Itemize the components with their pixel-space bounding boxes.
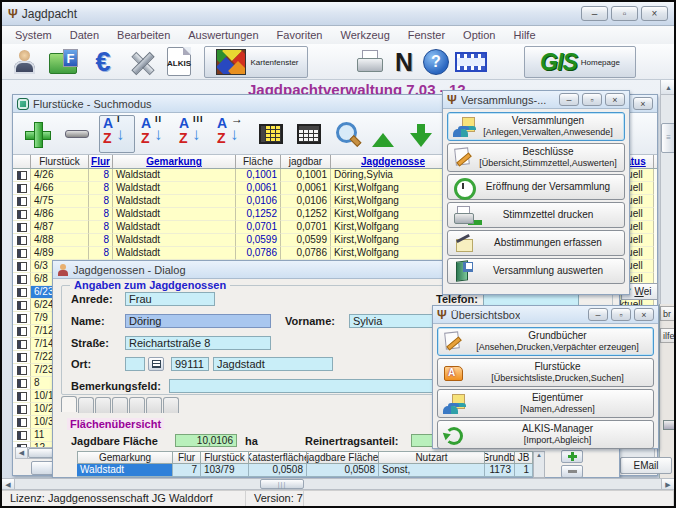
close-button[interactable] [641,6,668,21]
hilfe-button-fragment[interactable]: ilfe [660,328,676,343]
col-jagdgenosse[interactable]: Jagdgenosse [331,155,456,168]
row-detail-icon[interactable] [17,418,27,427]
bemerkung-field[interactable] [169,379,469,393]
email-button[interactable]: EMail [620,457,672,474]
row-detail-icon[interactable] [17,262,27,271]
ub-maximize-button[interactable] [611,308,631,321]
menu-item[interactable]: Bearbeiten [108,28,179,42]
dialog-tab[interactable] [129,397,145,413]
scroll-right-icon[interactable]: ▶ [661,479,674,489]
versammlung-action-button[interactable]: Eröffnung der Versammlung [447,174,625,200]
vp-close-button[interactable] [605,93,625,106]
row-detail-icon[interactable] [17,353,27,362]
scroll-left-icon[interactable]: ◀ [16,448,28,458]
anrede-field[interactable]: Frau [125,292,215,306]
ort-code-field[interactable] [125,357,145,371]
menu-item[interactable]: Option [454,28,504,42]
alkis-icon[interactable]: ALKIS [164,46,194,78]
sort-az-2-button[interactable]: AZ↓II [137,115,173,153]
col-flur[interactable]: Flur [89,155,113,168]
versammlung-action-button[interactable]: Stimmzettel drucken [447,202,625,228]
name-field[interactable]: Döring [125,314,271,328]
uebersicht-action-button[interactable]: Flurstücke [Übersichtsliste,Drucken,Such… [437,358,654,387]
row-detail-icon[interactable] [17,223,27,232]
sort-az-3-button[interactable]: AZ↓III [175,115,211,153]
help-icon[interactable]: ? [422,47,450,77]
abbrechen-button-fragment[interactable]: br [660,306,676,321]
jagdbare-value-field[interactable]: 10,0106 [175,434,237,447]
row-detail-icon[interactable] [17,171,27,180]
menu-item[interactable]: System [6,28,61,42]
row-detail-icon[interactable] [17,275,27,284]
uebersicht-action-button[interactable]: ALKIS-Manager [Import,Abgleich] [437,420,654,449]
subtable-scrollbar[interactable]: ▲ [533,451,545,478]
dialog-tab[interactable] [163,397,179,413]
sort-az-custom-button[interactable]: AZ↓→ [213,115,249,153]
uebersicht-action-button[interactable]: Eigentümer [Namen,Adressen] [437,389,654,418]
row-detail-icon[interactable] [17,379,27,388]
vp-minimize-button[interactable] [559,93,579,106]
col-jagdbar[interactable]: jagdbar [281,155,331,168]
menu-item[interactable]: Fenster [399,28,454,42]
dialog-tab[interactable] [61,396,77,412]
menu-item[interactable]: Auswertungen [179,28,267,42]
ub-minimize-button[interactable] [588,308,608,321]
row-detail-icon[interactable] [17,431,27,440]
row-detail-icon[interactable] [17,197,27,206]
versammlung-action-button[interactable]: Versammlungen [Anlegen,Verwalten,Anwesen… [447,112,625,141]
contacts-icon[interactable] [10,47,40,77]
row-detail-icon[interactable] [17,184,27,193]
row-detail-icon[interactable] [17,249,27,258]
menu-item[interactable]: Werkzeug [331,28,398,42]
plz-field[interactable]: 99111 [171,357,209,371]
flur-close-button[interactable] [633,97,653,110]
n-icon[interactable]: N [390,47,418,77]
mdi-horizontal-scrollbar[interactable]: ◀ ||| ▶ [2,478,674,490]
versammlung-action-button[interactable]: Beschlüsse [Übersicht,Stimmzettel,Auswer… [447,143,625,172]
row-detail-icon[interactable] [17,327,27,336]
remove-record-button[interactable] [59,115,95,153]
subtable-remove-button[interactable] [561,465,583,478]
dialog-tab[interactable] [112,397,128,413]
move-up-button[interactable] [365,115,401,153]
scroll-up-icon[interactable]: ▲ [661,80,676,95]
grid-highlight-button[interactable] [253,115,289,153]
row-detail-icon[interactable] [17,288,27,297]
dialog-tab[interactable] [146,397,162,413]
main-titlebar[interactable]: Ψ Jagdpacht [2,2,674,26]
row-detail-icon[interactable] [17,392,27,401]
row-detail-icon[interactable] [17,301,27,310]
add-record-button[interactable] [19,115,55,153]
film-icon[interactable] [454,47,488,77]
uebersichtsbox-titlebar[interactable]: Ψ Übersichtsbox [433,306,658,324]
grid-plain-button[interactable] [291,115,327,153]
tools-icon[interactable] [126,47,158,77]
ub-close-button[interactable] [634,308,654,321]
versammlungs-titlebar[interactable]: Ψ Versammlungs-... [443,91,629,109]
search-button[interactable] [329,115,365,153]
maximize-button[interactable] [611,6,638,21]
sort-az-1-button[interactable]: AZ↓I [99,115,135,153]
dialog-tab[interactable] [78,397,94,413]
vp-maximize-button[interactable] [582,93,602,106]
kartenfenster-button[interactable]: Kartenfenster [204,46,308,78]
plz-lookup-button[interactable] [148,357,164,371]
strasse-field[interactable]: Reichartstraße 8 [125,336,271,350]
row-detail-icon[interactable] [17,340,27,349]
row-detail-icon[interactable] [17,236,27,245]
menu-item[interactable]: Favoriten [268,28,332,42]
subtable-row[interactable]: Waldstadt 7 103/79 0,0508 0,0508 Sonst, … [77,464,533,477]
row-detail-icon[interactable] [17,366,27,375]
dialog-tab[interactable] [95,397,111,413]
versammlung-action-button[interactable]: Versammlung auswerten [447,258,625,284]
move-down-button[interactable] [403,115,439,153]
gis-homepage-button[interactable]: GIS Homepage [524,46,636,78]
row-detail-icon[interactable] [17,210,27,219]
mdi-vertical-scrollbar[interactable]: ▲ ≡ [660,80,676,304]
scroll-left-icon[interactable]: ◀ [2,479,15,489]
versammlung-action-button[interactable]: Abstimmungen erfassen [447,230,625,256]
uebersicht-action-button[interactable]: Grundbücher [Ansehen,Drucken,Verpächter … [437,327,654,356]
flurstuecke-folder-icon[interactable]: F [47,47,79,77]
minimize-button[interactable] [581,6,608,21]
col-flurstueck[interactable]: Flurstück [31,155,89,168]
